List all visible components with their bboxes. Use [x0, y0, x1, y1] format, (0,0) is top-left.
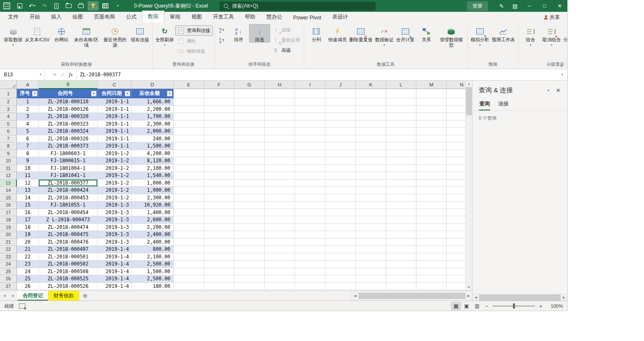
cell-E15[interactable]	[174, 194, 204, 202]
cell-F15[interactable]	[204, 194, 234, 202]
row-header-11[interactable]: 11	[0, 165, 17, 172]
row-header-18[interactable]: 18	[0, 216, 17, 224]
print-button[interactable]	[75, 1, 86, 11]
cell-I24[interactable]	[295, 260, 325, 268]
cell-J25[interactable]	[325, 268, 356, 276]
ribbon-tab-help[interactable]: 帮助	[239, 11, 261, 23]
cell-D4[interactable]: 1,700.00	[131, 113, 174, 121]
cell-J23[interactable]	[325, 253, 356, 261]
cell-I6[interactable]	[295, 128, 325, 135]
cell-C27[interactable]: 2019-1-4	[98, 283, 131, 290]
cell-A3[interactable]: 2	[17, 106, 39, 113]
maximize-button[interactable]: □	[537, 0, 552, 12]
cell-E2[interactable]	[174, 98, 204, 106]
column-header-J[interactable]: J	[325, 81, 356, 89]
cell-G17[interactable]	[234, 209, 265, 217]
from-web-button[interactable]: 自网站	[51, 24, 72, 43]
pane-tab-connections[interactable]: 连接	[498, 98, 509, 110]
cell-I10[interactable]	[295, 157, 325, 165]
cell-M7[interactable]	[416, 135, 447, 143]
cell-H20[interactable]	[265, 231, 295, 239]
column-header-E[interactable]: E	[174, 81, 204, 89]
cell-M9[interactable]	[416, 150, 447, 158]
cell-A26[interactable]: 25	[17, 275, 39, 283]
refresh-all-button[interactable]: ↻ 全部刷新 ▾	[154, 24, 175, 47]
sheet-tab-finance-receipts[interactable]: 财务收款	[48, 291, 79, 301]
cell-K11[interactable]	[356, 165, 386, 172]
cell-G7[interactable]	[234, 135, 265, 143]
cell-N3[interactable]	[447, 106, 465, 113]
cell-E9[interactable]	[174, 150, 204, 158]
sort-descending-button[interactable]: ZA▼	[217, 35, 228, 45]
cell-K23[interactable]	[356, 253, 386, 261]
cell-F10[interactable]	[204, 157, 234, 165]
cell-A15[interactable]: 14	[17, 194, 39, 202]
cell-B16[interactable]: FJ-1801055-1	[39, 201, 98, 209]
cell-L19[interactable]	[386, 224, 416, 231]
queries-connections-button[interactable]: 查询和连接	[175, 25, 213, 36]
cell-H7[interactable]	[265, 135, 295, 143]
cell-E24[interactable]	[174, 260, 204, 268]
cell-H18[interactable]	[265, 216, 295, 224]
cell-D20[interactable]: 2,400.00	[131, 231, 174, 239]
cell-C11[interactable]: 2019-1-2	[98, 165, 131, 172]
cell-A5[interactable]: 4	[17, 121, 39, 128]
cell-K27[interactable]	[356, 283, 386, 290]
cell-H19[interactable]	[265, 224, 295, 231]
cell-G25[interactable]	[234, 268, 265, 276]
cell-A14[interactable]: 13	[17, 187, 39, 194]
cell-G5[interactable]	[234, 121, 265, 128]
row-header-8[interactable]: 8	[0, 142, 17, 150]
cell-C10[interactable]: 2019-1-2	[98, 157, 131, 165]
cell-D1[interactable]: 应收金额▾	[131, 89, 174, 98]
cell-B8[interactable]: ZL-2018-000373	[39, 142, 98, 150]
cell-E4[interactable]	[174, 113, 204, 121]
cell-B15[interactable]: ZL-2018-000453	[39, 194, 98, 202]
qat-table-button[interactable]	[100, 1, 111, 11]
page-break-view-button[interactable]: ▥	[472, 302, 482, 310]
cell-I12[interactable]	[295, 172, 325, 180]
cell-M11[interactable]	[416, 165, 447, 172]
cell-E27[interactable]	[174, 283, 204, 290]
cell-E1[interactable]	[174, 89, 204, 98]
cell-D21[interactable]: 2,400.00	[131, 239, 174, 246]
ribbon-tab-huibangong[interactable]: 慧办公	[261, 11, 288, 23]
cell-I19[interactable]	[295, 224, 325, 231]
macro-record-icon[interactable]	[19, 303, 25, 309]
flash-fill-button[interactable]: 快速填充	[327, 24, 348, 43]
row-header-23[interactable]: 23	[0, 253, 17, 261]
cell-G18[interactable]	[234, 216, 265, 224]
cell-D13[interactable]: 1,000.00	[131, 180, 174, 187]
cell-D10[interactable]: 8,120.00	[131, 157, 174, 165]
cell-D6[interactable]: 2,000.00	[131, 128, 174, 135]
ribbon-tab-review[interactable]: 审阅	[164, 11, 186, 23]
cell-B21[interactable]: ZL-2018-000476	[39, 239, 98, 246]
column-header-I[interactable]: I	[295, 81, 325, 89]
column-header-N[interactable]: N	[447, 81, 465, 89]
cell-D12[interactable]: 1,540.00	[131, 172, 174, 180]
cell-H1[interactable]	[265, 89, 295, 98]
row-header-14[interactable]: 14	[0, 187, 17, 194]
cell-M14[interactable]	[416, 187, 447, 194]
cell-C22[interactable]: 2019-1-4	[98, 246, 131, 253]
existing-connections-button[interactable]: 现有连接	[129, 24, 150, 43]
column-header-B[interactable]: B	[39, 81, 98, 89]
cell-D19[interactable]: 2,200.00	[131, 224, 174, 231]
cell-N25[interactable]	[447, 268, 465, 276]
from-text-csv-button[interactable]: 从文本/CSV	[24, 24, 51, 43]
column-header-M[interactable]: M	[416, 81, 447, 89]
cell-J2[interactable]	[325, 98, 356, 106]
cell-H2[interactable]	[265, 98, 295, 106]
cell-K22[interactable]	[356, 246, 386, 253]
cell-A10[interactable]: 9	[17, 157, 39, 165]
cell-M20[interactable]	[416, 231, 447, 239]
row-header-24[interactable]: 24	[0, 260, 17, 268]
cell-D16[interactable]: 10,920.00	[131, 201, 174, 209]
cell-C12[interactable]: 2019-1-2	[98, 172, 131, 180]
cell-J6[interactable]	[325, 128, 356, 135]
cell-J18[interactable]	[325, 216, 356, 224]
cell-N5[interactable]	[447, 121, 465, 128]
cell-G6[interactable]	[234, 128, 265, 135]
cell-E3[interactable]	[174, 106, 204, 113]
cell-N8[interactable]	[447, 142, 465, 150]
